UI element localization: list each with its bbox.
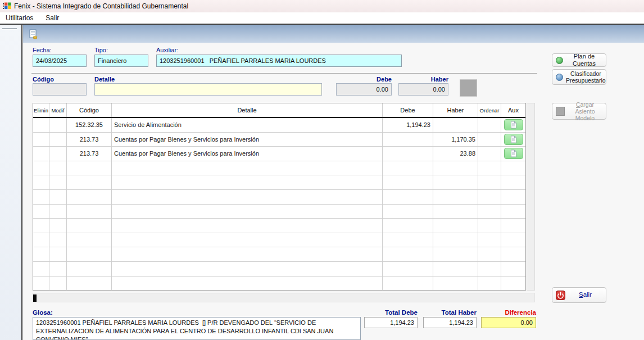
header-haber[interactable]: Haber [433,103,478,117]
cell-detalle: Cuentas por Pagar Bienes y Servicios par… [112,147,383,161]
cell-detalle: Cuentas por Pagar Bienes y Servicios par… [112,133,383,147]
header-modif[interactable]: Modif [49,103,67,117]
total-debe-value[interactable]: 1,194.23 [364,317,418,328]
total-haber-label: Total Haber [423,309,477,316]
divider [31,73,537,74]
cell-ordenar [478,147,501,161]
table-empty-row[interactable] [33,161,525,176]
header-debe[interactable]: Debe [383,103,433,117]
cell-ordenar [478,118,501,132]
cell-aux [501,133,525,147]
cell-aux [501,147,525,161]
document-icon [510,149,517,157]
aux-button[interactable] [504,119,523,130]
cell-detalle: Servicio de Alimentación [112,118,383,132]
splitter-grip[interactable] [2,28,17,30]
haber-input[interactable]: 0.00 [398,83,448,96]
add-entry-button[interactable] [460,79,477,97]
cargar-asiento-modelo-button[interactable]: Cargar Asiento Modelo [552,103,606,120]
codigo-input[interactable] [33,83,87,96]
header-detalle[interactable]: Detalle [112,103,383,117]
menu-salir[interactable]: Salir [44,13,60,23]
table-empty-row[interactable] [33,276,525,291]
green-circle-icon [556,57,563,64]
diferencia-value[interactable]: 0.00 [481,317,536,328]
detalle-input[interactable] [94,83,322,96]
vertical-scrollbar[interactable] [527,103,535,291]
tipo-input[interactable]: Financiero [94,55,148,67]
cell-debe: 1,194.23 [383,118,433,132]
salir-button[interactable]: Salir [552,287,606,303]
cell-aux [501,118,525,132]
glosa-textarea[interactable]: 1203251960001 PEÑAFIEL PARRALES MARIA LO… [33,317,361,340]
power-icon [556,291,565,300]
cell-modif[interactable] [49,133,67,147]
table-row[interactable]: 152.32.35 Servicio de Alimentación 1,194… [33,118,525,133]
cell-debe [383,133,433,147]
horizontal-scrollbar[interactable] [33,293,535,302]
header-elimin[interactable]: Elimin [33,103,49,117]
table-empty-row[interactable] [33,262,525,276]
toolbar [23,25,644,43]
glosa-label: Glosa: [33,309,53,316]
detalle-label: Detalle [94,76,115,83]
aux-button[interactable] [504,148,523,159]
scrollbar-thumb[interactable] [33,294,37,302]
fecha-label: Fecha: [33,47,52,53]
auxiliar-label: Auxiliar: [156,47,178,53]
new-entry-button[interactable] [26,28,40,41]
table-empty-row[interactable] [33,175,525,190]
cell-haber: 1,170.35 [433,133,478,147]
divider [21,25,22,340]
menu-bar: Utilitarios Salir [0,12,644,24]
cell-debe [383,147,433,161]
left-splitter-panel[interactable] [0,25,21,340]
gray-square-icon [556,107,565,116]
haber-label: Haber [398,76,448,83]
cell-elimin[interactable] [33,118,49,132]
entries-table: Elimin Modif Código Detalle Debe Haber O… [33,103,526,291]
total-debe-label: Total Debe [364,309,418,316]
table-empty-row[interactable] [33,219,525,233]
auxiliar-input[interactable]: 1203251960001 PEÑAFIEL PARRALES MARIA LO… [156,55,402,67]
header-aux[interactable]: Aux [501,103,525,117]
table-body: 152.32.35 Servicio de Alimentación 1,194… [33,118,525,291]
header-ordenar[interactable]: Ordenar [478,103,501,117]
table-row[interactable]: 213.73 Cuentas por Pagar Bienes y Servic… [33,133,525,147]
cell-elimin[interactable] [33,133,49,147]
aux-button[interactable] [504,134,523,145]
debe-label: Debe [336,76,392,83]
document-icon [510,135,517,143]
document-coins-icon [28,29,39,40]
table-empty-row[interactable] [33,233,525,248]
document-icon [510,121,517,129]
cell-modif[interactable] [49,118,67,132]
window-title: Fenix - Sistema Integrado de Contabilida… [14,2,188,10]
table-row[interactable]: 213.73 Cuentas por Pagar Bienes y Servic… [33,147,525,161]
cell-elimin[interactable] [33,147,49,161]
table-empty-row[interactable] [33,205,525,219]
cargar-asiento-label: Cargar Asiento Modelo [568,101,602,121]
blue-circle-icon [556,74,563,81]
total-haber-value[interactable]: 1,194.23 [423,317,477,328]
cell-codigo: 152.32.35 [67,118,112,132]
main-area: Fecha: 24/03/2025 Tipo: Financiero Auxil… [23,25,644,340]
table-empty-row[interactable] [33,247,525,262]
plan-de-cuentas-button[interactable]: Plan de Cuentas [552,53,606,67]
cell-codigo: 213.73 [67,147,112,161]
clasificador-presupuestario-button[interactable]: Clasificador Presupuestario [552,69,606,85]
cell-modif[interactable] [49,147,67,161]
fecha-input[interactable]: 24/03/2025 [33,55,87,67]
table-header: Elimin Modif Código Detalle Debe Haber O… [33,103,525,118]
cell-ordenar [478,133,501,147]
header-codigo[interactable]: Código [67,103,112,117]
table-empty-row[interactable] [33,190,525,205]
tipo-label: Tipo: [94,47,108,53]
app-icon [2,2,11,11]
diferencia-label: Diferencia [481,309,536,316]
codigo-label: Código [33,76,54,83]
cell-haber [433,118,478,132]
debe-input[interactable]: 0.00 [336,83,392,96]
cell-codigo: 213.73 [67,133,112,147]
menu-utilitarios[interactable]: Utilitarios [4,13,34,23]
